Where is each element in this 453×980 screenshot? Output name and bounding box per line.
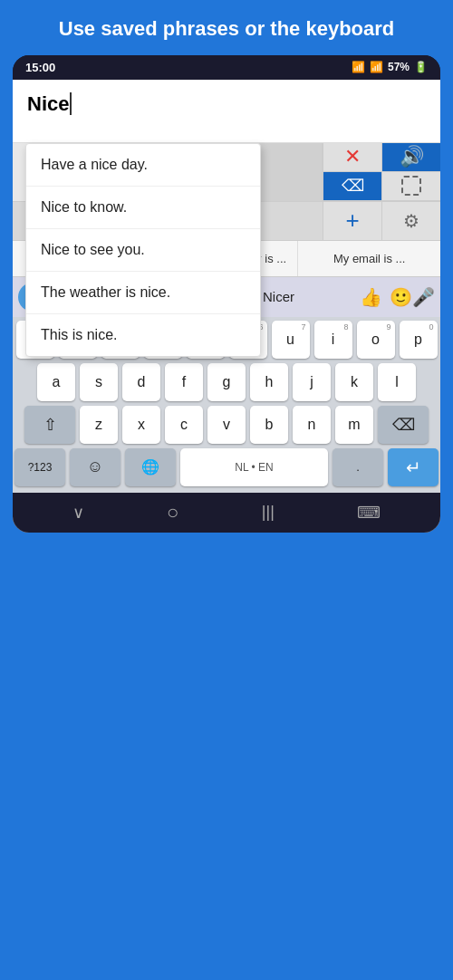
toolbar-bottom-actions: ⌫ xyxy=(323,172,440,201)
status-icons: 📶 📶 57% 🔋 xyxy=(352,61,428,73)
clear-button[interactable]: ✕ xyxy=(323,143,381,172)
clear-icon: ✕ xyxy=(344,145,361,168)
key-s[interactable]: s xyxy=(80,363,118,401)
key-h[interactable]: h xyxy=(250,363,288,401)
add-phrase-button[interactable]: + xyxy=(323,202,381,240)
text-input-content: Nice xyxy=(27,92,72,115)
globe-key[interactable]: 🌐 xyxy=(125,448,176,486)
keyboard-row-3: ⇧ z x c v b n m ⌫ xyxy=(14,406,439,444)
battery-icon: 🔋 xyxy=(414,61,428,73)
speaker-button[interactable]: 🔊 xyxy=(381,143,440,172)
key-u[interactable]: 7u xyxy=(272,321,310,359)
key-m[interactable]: m xyxy=(335,406,373,444)
suggestions-dropdown: Have a nice day. Nice to know. Nice to s… xyxy=(25,143,261,357)
recents-nav-button[interactable]: ||| xyxy=(262,503,275,522)
key-j[interactable]: j xyxy=(293,363,331,401)
key-v[interactable]: v xyxy=(207,406,246,444)
expand-icon xyxy=(401,176,421,196)
key-n[interactable]: n xyxy=(293,406,331,444)
key-i[interactable]: 8i xyxy=(314,321,352,359)
plus-gear-buttons: + ⚙ xyxy=(323,202,440,240)
delete-button[interactable]: ⌫ xyxy=(323,172,381,201)
frame-button[interactable] xyxy=(381,172,440,201)
keyboard-row-2: a s d f g h j k l xyxy=(14,363,439,401)
delete-icon: ⌫ xyxy=(323,172,381,200)
key-f[interactable]: f xyxy=(165,363,203,401)
wifi-icon: 📶 xyxy=(352,61,365,73)
key-a[interactable]: a xyxy=(37,363,75,401)
home-nav-button[interactable]: ○ xyxy=(167,501,178,524)
suggestion-item[interactable]: Have a nice day. xyxy=(26,144,260,187)
emoji-key[interactable]: ☺ xyxy=(70,448,120,486)
keyboard-row-4: ?123 ☺ 🌐 NL • EN . ↵ xyxy=(14,448,439,486)
shift-key[interactable]: ⇧ xyxy=(24,406,75,444)
key-g[interactable]: g xyxy=(207,363,246,401)
signal-icon: 📶 xyxy=(370,61,383,73)
key-o[interactable]: 9o xyxy=(357,321,395,359)
app-banner: Use saved phrases or the keyboard xyxy=(0,0,453,55)
enter-key[interactable]: ↵ xyxy=(388,448,439,486)
suggestion-item[interactable]: Nice to know. xyxy=(26,187,260,229)
suggestion-item[interactable]: The weather is nice. xyxy=(26,272,260,314)
typed-text: Nice xyxy=(27,92,72,115)
status-time: 15:00 xyxy=(25,61,55,74)
emoji-thumbsup-button[interactable]: 👍 xyxy=(360,286,382,308)
key-b[interactable]: b xyxy=(250,406,288,444)
settings-button[interactable]: ⚙ xyxy=(381,202,440,240)
toolbar-top-actions: ✕ 🔊 xyxy=(323,143,440,172)
key-d[interactable]: d xyxy=(122,363,160,401)
symbols-key[interactable]: ?123 xyxy=(14,448,65,486)
key-l[interactable]: l xyxy=(378,363,416,401)
phone-frame: 15:00 📶 📶 57% 🔋 Nice Have a nice day. Ni… xyxy=(13,55,440,533)
phrase-button-email[interactable]: My email is ... xyxy=(298,241,440,276)
key-x[interactable]: x xyxy=(122,406,160,444)
speaker-icon: 🔊 xyxy=(382,143,440,171)
spacebar-key[interactable]: NL • EN xyxy=(180,448,328,486)
banner-title: Use saved phrases or the keyboard xyxy=(59,17,395,40)
suggestion-item[interactable]: Nice to see you. xyxy=(26,229,260,272)
content-area: Nice Have a nice day. Nice to know. Nice… xyxy=(13,80,440,533)
key-k[interactable]: k xyxy=(335,363,373,401)
period-key[interactable]: . xyxy=(333,448,383,486)
key-c[interactable]: c xyxy=(165,406,203,444)
key-p[interactable]: 0p xyxy=(400,321,438,359)
suggestion-item[interactable]: This is nice. xyxy=(26,314,260,356)
key-z[interactable]: z xyxy=(80,406,118,444)
microphone-button[interactable]: 🎤 xyxy=(412,286,435,308)
text-input-area[interactable]: Nice xyxy=(13,80,440,143)
bottom-navigation: ∨ ○ ||| ⌨ xyxy=(13,493,440,533)
keyboard-nav-button[interactable]: ⌨ xyxy=(357,503,381,523)
backspace-key[interactable]: ⌫ xyxy=(378,406,429,444)
back-nav-button[interactable]: ∨ xyxy=(72,503,84,523)
battery-text: 57% xyxy=(388,61,410,73)
emoji-smile-button[interactable]: 🙂 xyxy=(390,286,412,308)
emoji-suggestions: 👍 🙂 xyxy=(360,286,412,308)
status-bar: 15:00 📶 📶 57% 🔋 xyxy=(13,55,440,80)
toolbar-action-buttons: ✕ 🔊 ⌫ xyxy=(323,143,440,201)
